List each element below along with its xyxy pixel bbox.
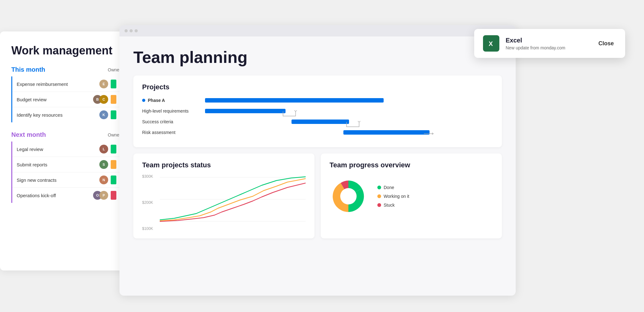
avatar: S xyxy=(99,160,108,169)
gantt-label: Success criteria xyxy=(142,119,205,124)
gantt-bar xyxy=(205,98,384,103)
task-right: L xyxy=(99,145,116,153)
table-row: Expense reimbursement E xyxy=(12,76,121,92)
table-row: Legal review L xyxy=(12,142,121,157)
next-month-header: Next month Owner xyxy=(11,131,121,138)
working-dot-icon xyxy=(377,194,381,198)
avatar: L xyxy=(99,145,108,153)
y-label: $100K xyxy=(142,226,153,231)
gantt-area xyxy=(205,108,493,114)
y-labels: $300K $200K $100K xyxy=(142,174,153,231)
task-name: Expense reimbursement xyxy=(17,81,99,87)
chrome-dot xyxy=(125,29,128,32)
table-row: Identify key resources K xyxy=(12,107,121,122)
avatar-group: O P xyxy=(93,191,108,200)
pie-container: Done Working on it Stuck xyxy=(330,174,493,218)
legend-label: Working on it xyxy=(384,194,409,199)
this-month-task-list: Expense reimbursement E Budget review B … xyxy=(11,76,121,122)
team-planning-title: Team planning xyxy=(133,48,502,67)
work-management-panel: Work management This month Owner Expense… xyxy=(0,31,132,270)
y-label: $200K xyxy=(142,200,153,205)
team-planning-panel: Team planning Projects Phase A High-leve… xyxy=(119,25,516,296)
status-badge xyxy=(111,191,116,200)
this-month-title: This month xyxy=(11,66,45,73)
notification-toast: X Excel New update from monday.com Close xyxy=(474,29,625,58)
avatar-group: B C xyxy=(93,95,108,104)
notification-close-button[interactable]: Close xyxy=(596,39,616,48)
table-row: Sign new contracts N xyxy=(12,172,121,188)
task-name: Operations kick-off xyxy=(17,193,93,198)
task-name: Identify key resources xyxy=(17,112,99,118)
table-row: Submit reports S xyxy=(12,157,121,172)
excel-icon: X xyxy=(483,35,499,52)
task-right: K xyxy=(99,110,116,119)
next-month-title: Next month xyxy=(11,131,46,138)
notification-message: New update from monday.com xyxy=(506,45,590,50)
stuck-dot-icon xyxy=(377,203,381,207)
table-row: Operations kick-off O P xyxy=(12,188,121,203)
this-month-header: This month Owner xyxy=(11,66,121,73)
team-projects-status-card: Team projects status $300K $200K $100K xyxy=(133,153,314,238)
chrome-dot xyxy=(135,29,138,32)
task-right: O P xyxy=(93,191,116,200)
work-panel-title: Work management xyxy=(11,44,121,57)
legend-item-done: Done xyxy=(377,185,409,190)
table-row: Budget review B C xyxy=(12,92,121,107)
gantt-row: Phase A xyxy=(142,97,493,104)
task-right: S xyxy=(99,160,116,169)
status-badge xyxy=(111,95,116,104)
gantt-row: Risk assessment xyxy=(142,129,493,136)
notification-text: Excel New update from monday.com xyxy=(506,37,590,50)
chrome-dot xyxy=(130,29,133,32)
team-progress-overview-title: Team progress overview xyxy=(330,161,493,169)
gantt-bar xyxy=(291,120,349,124)
avatar: C xyxy=(99,95,108,104)
gantt-bar xyxy=(205,109,286,113)
svg-point-4 xyxy=(340,188,357,204)
line-chart-svg xyxy=(160,174,306,225)
gantt-area xyxy=(205,97,493,104)
status-badge xyxy=(111,160,116,169)
notification-app-name: Excel xyxy=(506,37,590,44)
bottom-row: Team projects status $300K $200K $100K xyxy=(133,153,502,238)
gantt-row: High-level requirements xyxy=(142,108,493,114)
task-name: Legal review xyxy=(17,147,99,152)
task-right: E xyxy=(99,80,116,88)
legend-label: Stuck xyxy=(384,203,395,208)
pie-chart-svg xyxy=(330,177,367,215)
task-name: Budget review xyxy=(17,97,93,102)
projects-card-title: Projects xyxy=(142,83,493,91)
next-month-task-list: Legal review L Submit reports S Sign new… xyxy=(11,142,121,203)
y-label: $300K xyxy=(142,174,153,179)
task-right: N xyxy=(99,176,116,184)
window-chrome xyxy=(119,25,516,36)
gantt-label: Risk assessment xyxy=(142,130,205,135)
team-progress-overview-card: Team progress overview xyxy=(321,153,502,238)
phase-dot-icon xyxy=(142,99,145,102)
task-name: Sign new contracts xyxy=(17,177,99,183)
avatar: P xyxy=(99,191,108,200)
gantt-area xyxy=(205,118,493,125)
avatar: E xyxy=(99,80,108,88)
status-badge xyxy=(111,145,116,153)
this-month-owner-label: Owner xyxy=(108,67,121,72)
gantt-row: Success criteria xyxy=(142,118,493,125)
line-chart: $300K $200K $100K xyxy=(142,174,306,231)
legend-label: Done xyxy=(384,185,394,190)
svg-text:X: X xyxy=(489,40,493,47)
status-badge xyxy=(111,110,116,119)
gantt-bar xyxy=(343,130,430,135)
phase-label: Phase A xyxy=(148,98,165,103)
legend-item-stuck: Stuck xyxy=(377,203,409,208)
status-badge xyxy=(111,80,116,88)
team-panel-content: Team planning Projects Phase A High-leve… xyxy=(119,36,516,250)
next-month-owner-label: Owner xyxy=(108,132,121,137)
gantt-label: High-level requirements xyxy=(142,109,205,114)
task-name: Submit reports xyxy=(17,162,99,167)
status-badge xyxy=(111,176,116,184)
team-projects-status-title: Team projects status xyxy=(142,161,306,169)
projects-card: Projects Phase A High-level requirements xyxy=(133,75,502,147)
gantt-label: Phase A xyxy=(142,98,205,103)
done-dot-icon xyxy=(377,186,381,189)
legend-item-working: Working on it xyxy=(377,194,409,199)
